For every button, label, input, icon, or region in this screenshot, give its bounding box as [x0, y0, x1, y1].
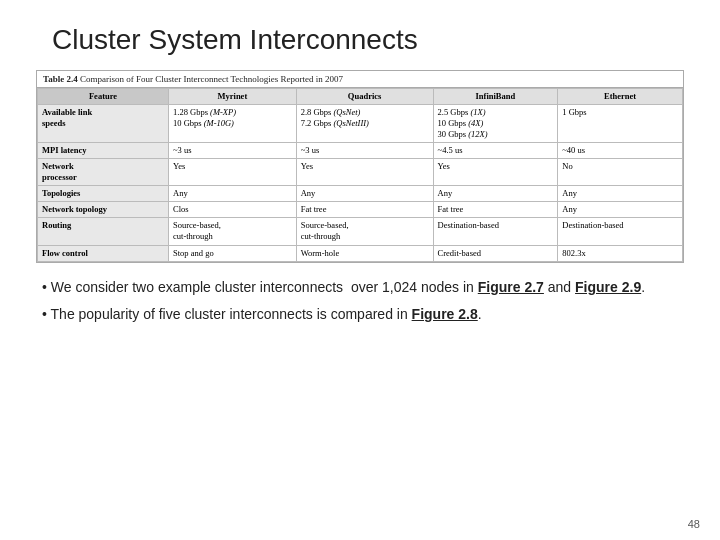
cell-myrinet: ~3 us — [169, 143, 297, 159]
table-row: Available linkspeeds 1.28 Gbps (M-XP)10 … — [38, 105, 683, 143]
cell-infiniband: ~4.5 us — [433, 143, 558, 159]
col-quadrics: Quadrics — [296, 89, 433, 105]
table-caption: Table 2.4 Comparison of Four Cluster Int… — [37, 71, 683, 88]
cell-quadrics: Any — [296, 186, 433, 202]
col-infiniband: InfiniBand — [433, 89, 558, 105]
cell-feature: Routing — [38, 218, 169, 245]
cell-quadrics: Source-based,cut-through — [296, 218, 433, 245]
cell-ethernet: Destination-based — [558, 218, 683, 245]
cell-feature: Network topology — [38, 202, 169, 218]
cell-quadrics: Yes — [296, 159, 433, 186]
cell-myrinet: Yes — [169, 159, 297, 186]
table-row: Network topology Clos Fat tree Fat tree … — [38, 202, 683, 218]
cell-myrinet: 1.28 Gbps (M-XP)10 Gbps (M-10G) — [169, 105, 297, 143]
table-caption-text: Comparison of Four Cluster Interconnect … — [80, 74, 343, 84]
page-number: 48 — [688, 518, 700, 530]
cell-ethernet: Any — [558, 202, 683, 218]
table-container: Table 2.4 Comparison of Four Cluster Int… — [36, 70, 684, 263]
cell-myrinet: Clos — [169, 202, 297, 218]
cell-quadrics: Worm-hole — [296, 245, 433, 261]
cell-feature: MPI latency — [38, 143, 169, 159]
cell-myrinet: Any — [169, 186, 297, 202]
cell-feature: Available linkspeeds — [38, 105, 169, 143]
cell-feature: Flow control — [38, 245, 169, 261]
cell-feature: Topologies — [38, 186, 169, 202]
cell-ethernet: ~40 us — [558, 143, 683, 159]
cell-infiniband: Any — [433, 186, 558, 202]
slide-title: Cluster System Interconnects — [52, 24, 688, 56]
col-feature: Feature — [38, 89, 169, 105]
figure-2-8-ref: Figure 2.8 — [412, 306, 478, 322]
table-row: Topologies Any Any Any Any — [38, 186, 683, 202]
table-header-row: Feature Myrinet Quadrics InfiniBand Ethe… — [38, 89, 683, 105]
cell-quadrics: ~3 us — [296, 143, 433, 159]
cell-quadrics: Fat tree — [296, 202, 433, 218]
table-row: Networkprocessor Yes Yes Yes No — [38, 159, 683, 186]
col-ethernet: Ethernet — [558, 89, 683, 105]
bullet-1: • We consider two example cluster interc… — [42, 277, 678, 299]
table-label: Table 2.4 — [43, 74, 78, 84]
table-row: MPI latency ~3 us ~3 us ~4.5 us ~40 us — [38, 143, 683, 159]
cell-ethernet: 802.3x — [558, 245, 683, 261]
cell-ethernet: No — [558, 159, 683, 186]
cell-infiniband: Destination-based — [433, 218, 558, 245]
bullet-section: • We consider two example cluster interc… — [32, 277, 688, 332]
cell-infiniband: 2.5 Gbps (1X)10 Gbps (4X)30 Gbps (12X) — [433, 105, 558, 143]
cell-quadrics: 2.8 Gbps (QsNet)7.2 Gbps (QsNetIII) — [296, 105, 433, 143]
cell-ethernet: Any — [558, 186, 683, 202]
figure-2-9-ref: Figure 2.9 — [575, 279, 641, 295]
cell-infiniband: Credit-based — [433, 245, 558, 261]
table-row: Flow control Stop and go Worm-hole Credi… — [38, 245, 683, 261]
cell-myrinet: Stop and go — [169, 245, 297, 261]
comparison-table: Feature Myrinet Quadrics InfiniBand Ethe… — [37, 88, 683, 262]
table-body: Available linkspeeds 1.28 Gbps (M-XP)10 … — [38, 105, 683, 262]
cell-infiniband: Yes — [433, 159, 558, 186]
table-row: Routing Source-based,cut-through Source-… — [38, 218, 683, 245]
cell-infiniband: Fat tree — [433, 202, 558, 218]
col-myrinet: Myrinet — [169, 89, 297, 105]
cell-feature: Networkprocessor — [38, 159, 169, 186]
figure-2-7-ref: Figure 2.7 — [478, 279, 544, 295]
slide: Cluster System Interconnects Table 2.4 C… — [0, 0, 720, 540]
cell-ethernet: 1 Gbps — [558, 105, 683, 143]
bullet-2: • The popularity of five cluster interco… — [42, 304, 678, 326]
cell-myrinet: Source-based,cut-through — [169, 218, 297, 245]
